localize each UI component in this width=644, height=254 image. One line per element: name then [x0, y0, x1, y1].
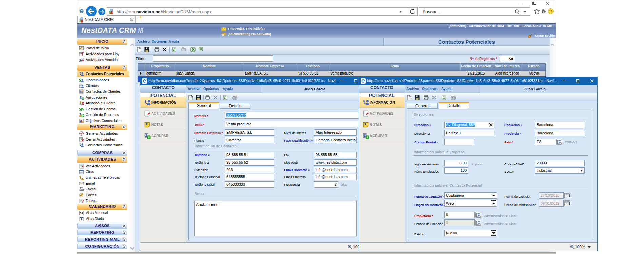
svg-text:o: o — [82, 108, 83, 111]
svg-text:1: 1 — [81, 218, 82, 221]
svg-text:$: $ — [79, 78, 81, 83]
svg-text:31: 31 — [80, 211, 83, 215]
svg-text:?: ? — [82, 102, 84, 105]
